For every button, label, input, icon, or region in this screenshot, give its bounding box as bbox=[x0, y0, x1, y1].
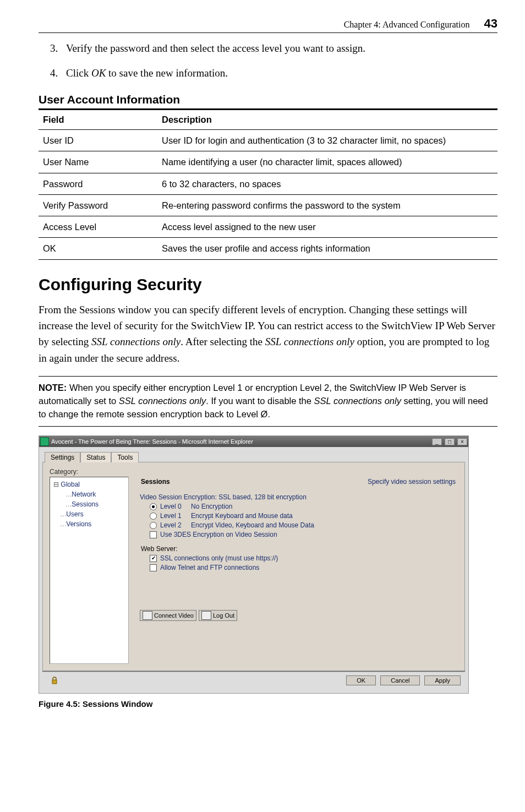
level2-desc: Encrypt Video, Keyboard and Mouse Data bbox=[191, 521, 314, 529]
note-label: NOTE: bbox=[39, 383, 67, 393]
note-em2: SSL connections only bbox=[314, 396, 401, 406]
tree-global[interactable]: Global bbox=[53, 479, 125, 489]
field-name: Password bbox=[39, 173, 157, 194]
checkbox-icon bbox=[150, 531, 157, 538]
level1-label: Level 1 bbox=[160, 512, 191, 520]
checkbox-icon bbox=[150, 564, 157, 571]
ok-button[interactable]: OK bbox=[346, 675, 376, 685]
close-button[interactable]: × bbox=[457, 438, 467, 445]
maximize-button[interactable]: □ bbox=[445, 438, 455, 445]
encryption-header: Video Session Encryption: SSL based, 128… bbox=[140, 493, 458, 501]
connect-video-button[interactable]: Connect Video bbox=[140, 610, 196, 621]
tab-status[interactable]: Status bbox=[80, 452, 111, 462]
radio-icon bbox=[150, 503, 157, 510]
level2-label: Level 2 bbox=[160, 521, 191, 529]
tree-network[interactable]: Network bbox=[65, 489, 125, 499]
header-rule bbox=[39, 32, 497, 33]
step-4-pre: Click bbox=[66, 67, 91, 79]
table-row: Access Level Access level assigned to th… bbox=[39, 216, 497, 238]
table-row: OK Saves the user profile and access rig… bbox=[39, 238, 497, 259]
level0-label: Level 0 bbox=[160, 503, 191, 510]
sessions-window: Avocent - The Power of Being There: Sess… bbox=[39, 435, 469, 694]
level1-desc: Encrypt Keyboard and Mouse data bbox=[191, 512, 293, 520]
field-desc: User ID for login and authentication (3 … bbox=[157, 130, 497, 151]
para-em1: SSL connections only bbox=[91, 336, 181, 347]
field-name: User ID bbox=[39, 130, 157, 151]
checkbox-icon: ✔ bbox=[150, 555, 157, 562]
col-description: Description bbox=[157, 110, 497, 130]
lock-icon bbox=[50, 676, 59, 685]
step-3: Verify the password and then select the … bbox=[61, 41, 497, 57]
table-row: Verify Password Re-entering password con… bbox=[39, 194, 497, 216]
para-em2: SSL connections only bbox=[265, 336, 354, 347]
radio-icon bbox=[150, 513, 157, 520]
settings-panel: Category: Global Network Sessions Users … bbox=[42, 462, 465, 671]
apply-button[interactable]: Apply bbox=[424, 675, 461, 685]
radio-level1[interactable]: Level 1 Encrypt Keyboard and Mouse data bbox=[150, 512, 458, 520]
radio-level0[interactable]: Level 0 No Encryption bbox=[150, 503, 458, 510]
field-desc: Name identifying a user (no character li… bbox=[157, 151, 497, 173]
field-desc: Re-entering password confirms the passwo… bbox=[157, 194, 497, 216]
note-block: NOTE: When you specify either encryption… bbox=[39, 376, 497, 427]
table-row: Password 6 to 32 characters, no spaces bbox=[39, 173, 497, 194]
tree-versions[interactable]: Versions bbox=[60, 519, 125, 529]
field-name: User Name bbox=[39, 151, 157, 173]
window-title: Avocent - The Power of Being There: Sess… bbox=[51, 438, 431, 445]
allow-telnet-label: Allow Telnet and FTP connections bbox=[160, 564, 259, 571]
category-label: Category: bbox=[50, 468, 458, 476]
page-number: 43 bbox=[484, 17, 497, 30]
note-t2: . If you want to disable the bbox=[206, 396, 314, 406]
security-paragraph: From the Sessions window you can specify… bbox=[39, 302, 497, 367]
door-icon bbox=[201, 611, 211, 620]
field-desc: 6 to 32 characters, no spaces bbox=[157, 173, 497, 194]
level0-desc: No Encryption bbox=[191, 503, 232, 510]
step-4: Click OK to save the new information. bbox=[61, 66, 497, 81]
log-out-label: Log Out bbox=[213, 612, 234, 619]
field-name: OK bbox=[39, 238, 157, 259]
log-out-button[interactable]: Log Out bbox=[199, 610, 237, 621]
note-em1: SSL connections only bbox=[119, 396, 206, 406]
connect-video-label: Connect Video bbox=[154, 613, 194, 619]
status-bar: OK Cancel Apply bbox=[42, 671, 465, 689]
ssl-only-label: SSL connections only (must use https://) bbox=[160, 554, 278, 562]
radio-icon bbox=[150, 522, 157, 529]
pane-heading: Sessions bbox=[141, 478, 170, 486]
tree-sessions[interactable]: Sessions bbox=[65, 499, 125, 509]
sessions-pane: Sessions Specify video session settings … bbox=[140, 477, 458, 664]
field-desc: Saves the user profile and access rights… bbox=[157, 238, 497, 259]
pane-subheading: Specify video session settings bbox=[368, 478, 456, 486]
window-titlebar[interactable]: Avocent - The Power of Being There: Sess… bbox=[39, 436, 468, 447]
web-server-header: Web Server: bbox=[141, 545, 458, 553]
radio-level2[interactable]: Level 2 Encrypt Video, Keyboard and Mous… bbox=[150, 521, 458, 529]
configuring-security-heading: Configuring Security bbox=[39, 275, 497, 294]
window-controls: _ □ × bbox=[431, 438, 467, 445]
ie-icon bbox=[40, 437, 49, 446]
minimize-button[interactable]: _ bbox=[432, 438, 442, 445]
cancel-button[interactable]: Cancel bbox=[380, 675, 420, 685]
table-row: User ID User ID for login and authentica… bbox=[39, 130, 497, 151]
category-tree[interactable]: Global Network Sessions Users Versions bbox=[50, 477, 129, 664]
step-list: Verify the password and then select the … bbox=[39, 41, 497, 81]
field-desc: Access level assigned to the new user bbox=[157, 216, 497, 238]
step-4-em: OK bbox=[91, 67, 106, 79]
chapter-title: Chapter 4: Advanced Configuration bbox=[344, 20, 470, 29]
field-name: Verify Password bbox=[39, 194, 157, 216]
para-t2: . After selecting the bbox=[181, 336, 265, 347]
page-header: Chapter 4: Advanced Configuration 43 bbox=[39, 17, 497, 31]
use-3des-label: Use 3DES Encryption on Video Session bbox=[160, 531, 277, 538]
tab-strip: SettingsStatusTools bbox=[42, 448, 465, 462]
user-account-heading: User Account Information bbox=[39, 93, 497, 106]
col-field: Field bbox=[39, 110, 157, 130]
user-account-table: Field Description User ID User ID for lo… bbox=[39, 110, 497, 260]
table-row: User Name Name identifying a user (no ch… bbox=[39, 151, 497, 173]
tab-tools[interactable]: Tools bbox=[111, 452, 139, 462]
figure-caption: Figure 4.5: Sessions Window bbox=[39, 699, 497, 709]
checkbox-allow-telnet[interactable]: Allow Telnet and FTP connections bbox=[150, 564, 458, 571]
tab-settings[interactable]: Settings bbox=[45, 452, 80, 462]
monitor-icon bbox=[143, 611, 152, 620]
step-3-text: Verify the password and then select the … bbox=[66, 42, 365, 54]
checkbox-ssl-only[interactable]: ✔ SSL connections only (must use https:/… bbox=[150, 554, 458, 562]
checkbox-3des[interactable]: Use 3DES Encryption on Video Session bbox=[150, 531, 458, 538]
tree-users[interactable]: Users bbox=[60, 509, 125, 519]
pane-toolbar: Connect Video Log Out bbox=[140, 610, 458, 621]
